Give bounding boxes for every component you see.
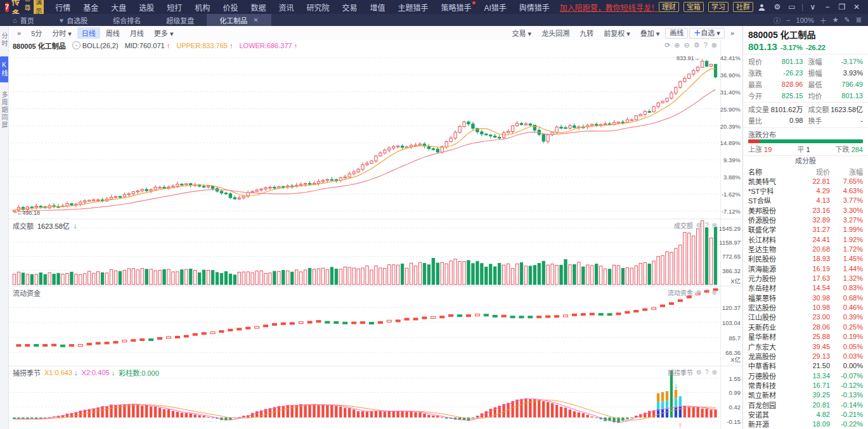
season-pane[interactable]: 捕捞季节 X1:0.643 ↓ X2:0.405 ↓ 彩柱数:0.000 捕捞季… [9, 366, 742, 429]
close-icon[interactable]: ⊗ [711, 41, 717, 49]
menu-item-9[interactable]: 资讯 [272, 2, 300, 13]
tab-综合排名[interactable]: 综合排名 [100, 14, 153, 26]
quick-button-2[interactable]: 宝箱 [683, 2, 704, 12]
settings-icon[interactable]: ⚙ [696, 222, 702, 229]
menu-item-3[interactable]: 大盘 [105, 2, 133, 13]
stock-row[interactable]: 百龙创园20.81-0.14% [743, 400, 868, 409]
settings-icon[interactable]: ⚙ [696, 289, 702, 296]
stock-row[interactable]: 美邦股份23.163.30% [743, 205, 868, 215]
tool-更多 ▾[interactable]: 更多 ▾ [150, 27, 178, 39]
settings-icon[interactable]: ⚙ [694, 41, 700, 49]
close-icon[interactable]: ✕ [852, 3, 862, 11]
minimize-icon[interactable]: − [822, 3, 832, 11]
volume-chart[interactable] [10, 219, 720, 286]
stock-row[interactable]: 凯美特气22.817.65% [743, 176, 868, 186]
fund-chart[interactable] [10, 286, 720, 366]
menu-item-6[interactable]: 机构 [188, 2, 216, 13]
settings-icon[interactable]: ⚙ [696, 369, 702, 376]
menu-item-14[interactable]: 策略猎手 [434, 2, 477, 13]
stock-row[interactable]: 广东宏大39.450.05% [743, 342, 868, 351]
main-chart-pane[interactable]: 880005 化工制品 ⌄ BOLL(26,2) MID:760.071 ↑ U… [9, 40, 742, 219]
zoom-out-icon[interactable]: − [786, 16, 790, 24]
tab-首页[interactable]: ⌂首页 [0, 14, 47, 26]
tool-»[interactable]: » [13, 29, 25, 37]
tool-5分[interactable]: 5分 [27, 27, 46, 39]
stock-row[interactable]: 滨海能源16.191.44% [743, 264, 868, 273]
tab-close-icon[interactable]: ✕ [253, 16, 258, 23]
close-icon[interactable]: ⊗ [712, 289, 717, 296]
candlestick-chart[interactable]: 833.91→←496.18 [10, 40, 720, 219]
stock-row[interactable]: 安诺其4.82-0.21% [743, 409, 868, 419]
stock-row[interactable]: 联盛化学31.271.99% [743, 225, 868, 234]
stock-row[interactable]: 福莱蒽特30.980.68% [743, 293, 868, 302]
quick-button-4[interactable]: 社群 [733, 2, 753, 12]
tool-龙头回溯[interactable]: 龙头回溯 [537, 27, 574, 39]
stock-row[interactable]: 天新药业28.060.25% [743, 322, 868, 331]
info-coin-icon[interactable]: ⓘ [774, 15, 781, 25]
tool-月线[interactable]: 月线 [126, 27, 148, 39]
layout-icon[interactable]: ▭ [787, 3, 797, 11]
stock-row[interactable]: 常青科技16.71-0.12% [743, 380, 868, 390]
tool-＋自选 ▾[interactable]: ＋自选 ▾ [689, 28, 725, 39]
stock-row[interactable]: 宏达股份10.980.46% [743, 302, 868, 312]
volume-pane[interactable]: 成交额 1623.58亿 ↓ 成交额 ⚙ ? ⊗ 1545.291158.977… [9, 219, 742, 286]
tool-画线[interactable]: 画线 [665, 28, 688, 39]
tool-前复权 ▾[interactable]: 前复权 ▾ [599, 27, 635, 39]
close-icon[interactable]: ⊗ [712, 222, 717, 229]
star-icon[interactable]: ★ [832, 16, 839, 24]
restore-icon[interactable]: ❐ [837, 3, 847, 11]
stock-row[interactable]: 星华新材25.880.19% [743, 332, 868, 342]
fund-pane[interactable]: 流动资金 流动资金 ⚙ ? ⊗ 120.37103.0485.768.36X亿 [9, 286, 742, 366]
tool-叠加 ▾[interactable]: 叠加 ▾ [636, 27, 664, 39]
refresh-icon[interactable]: ⟳ [664, 41, 670, 49]
menu-item-12[interactable]: 增值 [363, 2, 391, 13]
menu-item-2[interactable]: 基金 [77, 2, 105, 13]
menu-item-1[interactable]: 行情 [49, 2, 77, 13]
tab-自选股[interactable]: ♥自选股 [47, 14, 101, 26]
stock-row[interactable]: 东岳硅材14.540.83% [743, 283, 868, 293]
stock-row[interactable]: 中草香料21.500.00% [743, 361, 868, 371]
menu-item-16[interactable]: 舆情猎手 [513, 2, 556, 13]
tool-分时 ▾[interactable]: 分时 ▾ [48, 27, 76, 39]
indicator-toggle-icon[interactable]: ⌄ [72, 41, 81, 49]
stock-row[interactable]: 龙高股份29.130.03% [743, 351, 868, 361]
stock-row[interactable]: ST合纵4.133.77% [743, 196, 868, 205]
settings-icon[interactable]: ⚙ [772, 3, 782, 11]
zoom-in-icon[interactable]: ＋ [820, 15, 827, 25]
stock-row[interactable]: 江山股份23.000.39% [743, 312, 868, 322]
menu-item-13[interactable]: 主题猎手 [391, 2, 434, 13]
menu-item-8[interactable]: 数据 [244, 2, 272, 13]
rail-item-分时[interactable]: 分时 [0, 32, 8, 48]
help-icon[interactable]: ? [705, 369, 709, 376]
tool-»[interactable]: » [726, 29, 739, 37]
tab-化工制品[interactable]: 化工制品✕ [207, 14, 271, 26]
menu-item-7[interactable]: 价投 [216, 2, 244, 13]
stock-row[interactable]: 万德股份13.34-0.07% [743, 371, 868, 380]
zoom-out-icon[interactable]: ⊖ [684, 41, 690, 49]
menu-item-4[interactable]: 选股 [133, 2, 160, 13]
stock-row[interactable]: 侨源股份32.893.27% [743, 215, 868, 224]
close-icon[interactable]: ⊗ [712, 369, 717, 376]
quick-button-1[interactable]: 理财 [659, 2, 679, 12]
stock-row[interactable]: 圣达生物20.681.72% [743, 244, 868, 253]
stock-row[interactable]: 长江材料24.411.92% [743, 234, 868, 244]
menu-item-11[interactable]: 交易 [335, 2, 363, 13]
help-icon[interactable]: ? [704, 41, 708, 49]
tool-日线[interactable]: 日线 [77, 27, 100, 39]
promo-link[interactable]: 加入陪跑营，教你短线寻龙！ [560, 2, 659, 13]
stock-row[interactable]: *ST宁科4.294.63% [743, 186, 868, 195]
menu-item-5[interactable]: 短打 [160, 2, 188, 13]
menu-item-10[interactable]: 研究院 [300, 2, 335, 13]
tab-超级复盘[interactable]: 超级复盘 [153, 14, 207, 26]
stock-row[interactable]: 新开源18.09-0.22% [743, 419, 868, 429]
tool-九转[interactable]: 九转 [575, 27, 598, 39]
user-icon[interactable] [758, 3, 768, 11]
tool-周线[interactable]: 周线 [101, 27, 124, 39]
stock-row[interactable]: 凯立新材39.25-0.13% [743, 390, 868, 400]
stock-row[interactable]: 元力股份17.631.32% [743, 273, 868, 283]
zoom-in-icon[interactable]: ⊕ [674, 41, 680, 49]
list-icon[interactable]: ≣ [856, 16, 862, 24]
quick-button-3[interactable]: 学习 [708, 2, 729, 12]
help-icon[interactable]: ? [705, 222, 709, 229]
help-icon[interactable]: ? [705, 289, 709, 296]
